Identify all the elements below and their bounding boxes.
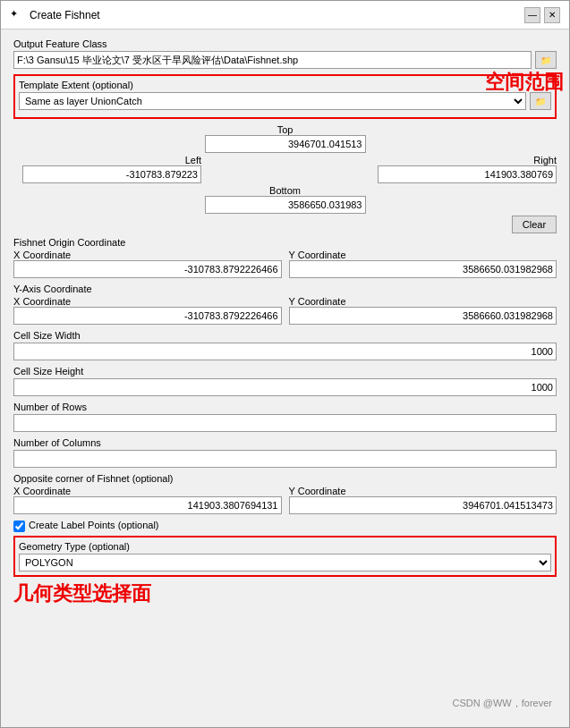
template-browse-button[interactable]: 📁 <box>530 92 551 110</box>
output-feature-class-label: Output Feature Class <box>13 38 557 49</box>
title-bar-left: ✦ Create Fishnet <box>10 8 100 22</box>
top-coord-area: Top <box>13 124 557 153</box>
bottom-coord-input[interactable] <box>205 196 366 214</box>
y-axis-y-input[interactable] <box>289 307 557 325</box>
geometry-type-box: Geometry Type (optional) POLYGON POLYLIN… <box>13 536 557 577</box>
form-content: Output Feature Class 📁 Template Extent (… <box>1 30 569 727</box>
num-cols-input[interactable] <box>13 450 557 468</box>
cell-size-width-section: Cell Size Width <box>13 330 557 360</box>
num-rows-section: Number of Rows <box>13 402 557 432</box>
template-extent-label: Template Extent (optional) <box>19 80 551 90</box>
y-axis-label: Y-Axis Coordinate <box>13 284 557 294</box>
cell-size-height-label: Cell Size Height <box>13 366 557 377</box>
clear-row: Clear <box>13 216 557 233</box>
right-coord-group: Right <box>369 155 557 183</box>
fishnet-origin-y-label: Y Coordinate <box>289 250 557 260</box>
fishnet-origin-y-input[interactable] <box>289 260 557 278</box>
output-feature-class-row: 📁 <box>13 51 557 69</box>
cell-size-height-section: Cell Size Height <box>13 366 557 396</box>
right-coord-input[interactable] <box>378 165 557 183</box>
fishnet-origin-x-input[interactable] <box>13 260 282 278</box>
num-rows-input[interactable] <box>13 414 557 432</box>
fishnet-origin-x-label: X Coordinate <box>13 250 282 260</box>
template-extent-box: Template Extent (optional) Same as layer… <box>13 74 557 119</box>
geometry-type-dropdown[interactable]: POLYGON POLYLINE <box>19 554 551 571</box>
geometry-type-annotation: 几何类型选择面 <box>13 580 557 607</box>
close-button[interactable]: ✕ <box>544 7 560 23</box>
create-label-points-checkbox[interactable] <box>13 521 25 532</box>
cell-size-width-input[interactable] <box>13 343 557 360</box>
y-axis-section: Y-Axis Coordinate X Coordinate Y Coordin… <box>13 284 557 325</box>
cell-size-height-input[interactable] <box>13 378 557 396</box>
geometry-type-label: Geometry Type (optional) <box>19 541 551 552</box>
opposite-corner-section: Opposite corner of Fishnet (optional) X … <box>13 473 557 514</box>
y-axis-x-input[interactable] <box>13 307 282 325</box>
fishnet-origin-coords: X Coordinate Y Coordinate <box>13 250 557 278</box>
y-axis-y-group: Y Coordinate <box>289 296 557 325</box>
opposite-corner-y-input[interactable] <box>289 496 557 514</box>
template-extent-row: Same as layer UnionCatch 📁 <box>19 92 551 110</box>
right-label: Right <box>533 155 557 165</box>
cell-size-width-label: Cell Size Width <box>13 330 557 341</box>
window-icon: ✦ <box>10 8 24 22</box>
fishnet-origin-x-group: X Coordinate <box>13 250 282 278</box>
opposite-corner-x-label: X Coordinate <box>13 486 282 496</box>
bottom-coord-area: Bottom <box>13 185 557 214</box>
fishnet-origin-y-group: Y Coordinate <box>289 250 557 278</box>
fishnet-origin-label: Fishnet Origin Coordinate <box>13 237 557 248</box>
opposite-corner-label: Opposite corner of Fishnet (optional) <box>13 473 557 484</box>
num-rows-label: Number of Rows <box>13 402 557 412</box>
left-right-row: Left Right <box>13 155 557 183</box>
opposite-corner-y-group: Y Coordinate <box>289 486 557 514</box>
opposite-corner-y-label: Y Coordinate <box>289 486 557 496</box>
y-axis-y-label: Y Coordinate <box>289 296 557 307</box>
left-label: Left <box>185 155 201 165</box>
template-extent-dropdown[interactable]: Same as layer UnionCatch <box>19 92 526 110</box>
watermark: CSDN @WW，forever <box>453 697 552 710</box>
create-label-points-label: Create Label Points (optional) <box>29 520 159 530</box>
clear-button[interactable]: Clear <box>512 216 557 233</box>
y-axis-x-label: X Coordinate <box>13 296 282 307</box>
minimize-button[interactable]: — <box>524 7 540 23</box>
title-bar: ✦ Create Fishnet — ✕ <box>1 1 569 30</box>
bottom-label: Bottom <box>13 185 557 196</box>
left-coord-group: Left <box>13 155 201 183</box>
y-axis-x-group: X Coordinate <box>13 296 282 325</box>
opposite-corner-x-input[interactable] <box>13 496 282 514</box>
create-label-points-row: Create Label Points (optional) <box>13 520 557 532</box>
output-browse-button[interactable]: 📁 <box>535 51 557 69</box>
output-feature-class-section: Output Feature Class 📁 <box>13 38 557 69</box>
output-feature-class-input[interactable] <box>13 51 532 69</box>
fishnet-origin-section: Fishnet Origin Coordinate X Coordinate Y… <box>13 237 557 278</box>
top-coord-input[interactable] <box>205 135 366 153</box>
title-bar-controls: — ✕ <box>524 7 560 23</box>
coords-section: Top Left Right Bottom <box>13 124 557 233</box>
window-title: Create Fishnet <box>30 9 100 21</box>
opposite-corner-coords: X Coordinate Y Coordinate <box>13 486 557 514</box>
num-cols-label: Number of Columns <box>13 437 557 448</box>
y-axis-coords: X Coordinate Y Coordinate <box>13 296 557 325</box>
left-coord-input[interactable] <box>22 165 201 183</box>
num-cols-section: Number of Columns <box>13 437 557 468</box>
main-window: ✦ Create Fishnet — ✕ Output Feature Clas… <box>0 0 570 728</box>
opposite-corner-x-group: X Coordinate <box>13 486 282 514</box>
top-label: Top <box>13 124 557 135</box>
